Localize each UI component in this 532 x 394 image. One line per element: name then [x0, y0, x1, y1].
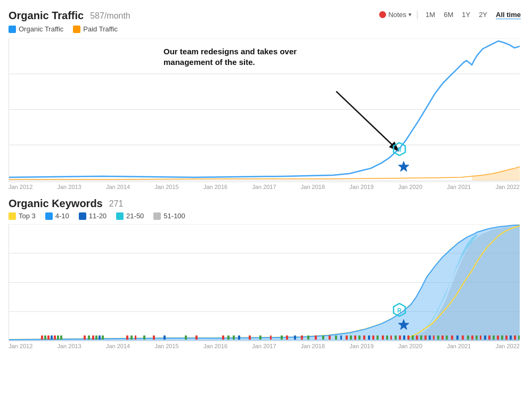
legend-11-20[interactable]: 11-20 [79, 212, 107, 220]
svg-rect-27 [88, 335, 90, 340]
r-marker-traffic[interactable]: R [392, 142, 406, 156]
filter-6m[interactable]: 6M [441, 10, 456, 20]
x-jan2016: Jan 2016 [203, 184, 227, 190]
legend-paid[interactable]: Paid Traffic [73, 25, 118, 33]
filter-alltime[interactable]: All time [493, 10, 523, 20]
star-marker-keywords[interactable] [398, 319, 410, 331]
svg-rect-79 [441, 335, 444, 340]
svg-rect-87 [480, 335, 481, 340]
filter-1m[interactable]: 1M [423, 10, 438, 20]
svg-rect-42 [233, 335, 235, 340]
svg-marker-9 [398, 161, 409, 171]
svg-rect-40 [222, 335, 224, 340]
traffic-chart-svg [9, 38, 520, 182]
svg-rect-49 [294, 335, 296, 340]
svg-marker-99 [398, 319, 409, 330]
legend-21-50[interactable]: 21-50 [116, 212, 144, 220]
r-marker-keywords[interactable]: R [392, 303, 406, 317]
svg-rect-26 [84, 335, 86, 340]
y-axis-labels-keywords: 276 207 138 69 0 [526, 224, 532, 341]
51-100-checkbox-icon [153, 212, 161, 220]
keywords-chart-area: R [9, 224, 520, 341]
x-jan2019: Jan 2019 [349, 184, 373, 190]
keywords-section: Organic Keywords 271 Top 3 4-10 11-20 21… [9, 198, 523, 349]
legend-row-keywords: Top 3 4-10 11-20 21-50 51-100 [9, 212, 523, 220]
notes-button[interactable]: Notes ▾ [379, 11, 412, 19]
svg-rect-78 [437, 335, 439, 340]
y-label-592: 592 [526, 38, 532, 45]
svg-rect-19 [41, 335, 43, 340]
svg-rect-21 [47, 335, 50, 340]
y-label-148: 148 [526, 142, 532, 148]
svg-rect-93 [505, 335, 508, 340]
x-axis-labels-traffic: Jan 2012 Jan 2013 Jan 2014 Jan 2015 Jan … [9, 182, 520, 190]
svg-text:R: R [397, 307, 402, 314]
svg-rect-46 [270, 335, 272, 340]
x2-jan2014: Jan 2014 [106, 343, 130, 349]
keyword-marker-strip [9, 334, 520, 341]
keywords-chart-wrapper: R 276 207 138 69 0 Ranking Keywords [9, 224, 520, 349]
svg-rect-85 [471, 335, 473, 340]
svg-rect-51 [307, 335, 309, 340]
svg-rect-91 [497, 335, 499, 340]
y-kw-69: 69 [526, 307, 532, 314]
svg-rect-30 [99, 335, 101, 340]
svg-rect-71 [407, 335, 410, 340]
svg-rect-65 [382, 335, 384, 340]
legend-51-100[interactable]: 51-100 [153, 212, 185, 220]
x2-jan2022: Jan 2022 [496, 343, 520, 349]
x-jan2012: Jan 2012 [9, 184, 32, 190]
y-label-0: 0 [526, 176, 532, 182]
svg-rect-76 [429, 335, 431, 340]
svg-rect-61 [363, 335, 365, 340]
legend-top3[interactable]: Top 3 [9, 212, 36, 220]
x-jan2013: Jan 2013 [57, 184, 81, 190]
svg-rect-92 [501, 335, 503, 340]
star-marker-traffic[interactable] [398, 161, 410, 173]
svg-rect-25 [60, 335, 62, 340]
svg-rect-64 [377, 335, 379, 340]
svg-rect-44 [249, 335, 251, 340]
11-20-label: 11-20 [89, 212, 107, 220]
svg-rect-43 [238, 335, 240, 340]
svg-rect-77 [433, 335, 435, 340]
legend-4-10[interactable]: 4-10 [45, 212, 69, 220]
svg-rect-67 [390, 335, 392, 340]
svg-rect-54 [329, 335, 331, 340]
svg-rect-53 [322, 335, 324, 340]
svg-rect-59 [354, 335, 356, 340]
svg-rect-94 [510, 335, 512, 340]
y-axis-labels-traffic: 592 444 296 148 0 [526, 38, 532, 182]
x2-jan2020: Jan 2020 [398, 343, 422, 349]
notes-dot-icon [379, 11, 386, 18]
svg-rect-45 [259, 335, 261, 340]
svg-rect-47 [281, 335, 283, 340]
filter-1y[interactable]: 1Y [459, 10, 473, 20]
filter-2y[interactable]: 2Y [476, 10, 490, 20]
paid-label: Paid Traffic [83, 25, 118, 33]
svg-rect-73 [416, 335, 418, 340]
x-jan2014: Jan 2014 [106, 184, 130, 190]
section-title-keywords: Organic Keywords [9, 198, 103, 210]
svg-rect-39 [195, 335, 198, 340]
51-100-label: 51-100 [163, 212, 185, 220]
svg-rect-80 [446, 335, 448, 340]
x-jan2021: Jan 2021 [447, 184, 471, 190]
svg-rect-41 [227, 335, 230, 340]
top3-label: Top 3 [19, 212, 36, 220]
svg-rect-35 [143, 335, 145, 340]
svg-rect-31 [102, 335, 104, 340]
svg-rect-58 [350, 335, 352, 340]
svg-rect-34 [135, 335, 136, 340]
svg-rect-88 [484, 335, 486, 340]
section-value-traffic: 587/month [90, 11, 130, 21]
svg-text:R: R [397, 146, 402, 153]
svg-rect-60 [358, 335, 361, 340]
svg-rect-90 [493, 335, 495, 340]
legend-organic[interactable]: Organic Traffic [9, 25, 63, 33]
svg-rect-52 [315, 335, 317, 340]
x2-jan2016: Jan 2016 [203, 343, 227, 349]
svg-rect-74 [420, 335, 422, 340]
y-label-296: 296 [526, 107, 532, 113]
section-value-keywords: 271 [109, 199, 124, 209]
